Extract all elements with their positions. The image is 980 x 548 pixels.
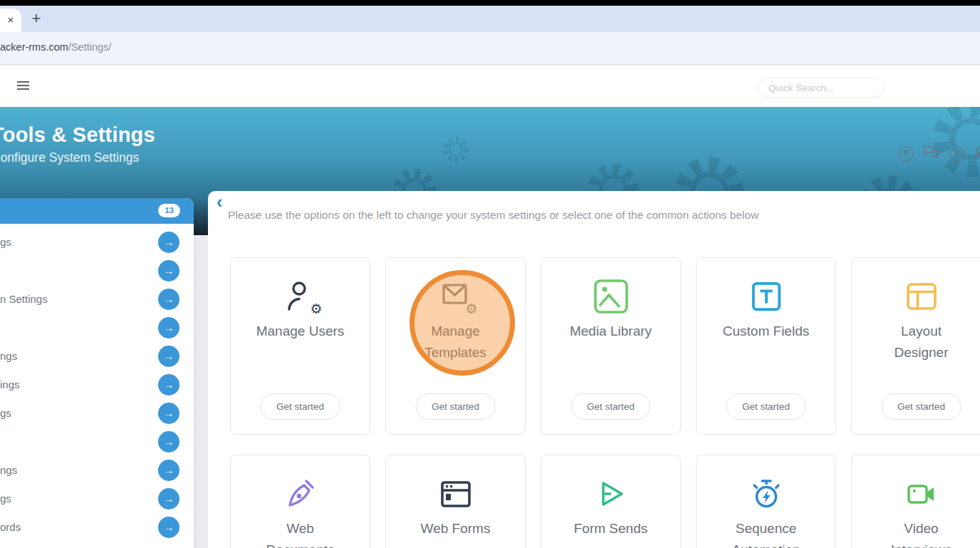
settings-menu-header[interactable]: 13: [0, 198, 194, 224]
card-form-sends[interactable]: Form Sends: [541, 455, 681, 548]
arrow-right-icon[interactable]: →: [158, 374, 179, 396]
page-url[interactable]: acker-rms.com/Settings/: [0, 41, 111, 53]
gear-icon: ⚙: [465, 302, 477, 316]
arrow-right-icon[interactable]: →: [158, 488, 179, 510]
image-icon: [591, 276, 631, 316]
page-title: Tools & Settings: [0, 123, 155, 147]
common-actions-row-2: Web Documents Web Forms Form Sends Seque…: [230, 455, 980, 548]
get-started-button[interactable]: Get started: [570, 393, 651, 420]
settings-menu-item[interactable]: gs→: [0, 228, 194, 257]
arrow-right-icon[interactable]: →: [158, 431, 179, 453]
layout-icon: [902, 276, 942, 316]
arrow-right-icon[interactable]: →: [158, 460, 179, 481]
browser-tab[interactable]: ×: [0, 9, 21, 32]
mail-gear-icon: ⚙: [436, 276, 476, 316]
chat-icon[interactable]: [923, 145, 940, 160]
screen: × + acker-rms.com/Settings/ ? +: [0, 0, 980, 548]
card-title: Video Interviews: [877, 518, 966, 548]
settings-menu-item[interactable]: n Settings→: [0, 285, 194, 314]
add-icon[interactable]: +: [949, 146, 965, 162]
arrow-right-icon[interactable]: →: [158, 232, 179, 253]
tab-close-icon[interactable]: ×: [4, 14, 17, 26]
hamburger-menu-icon[interactable]: [17, 81, 29, 91]
common-actions-row-1: ⚙ Manage Users Get started ⚙ Manage Temp…: [230, 257, 980, 435]
card-sequence-automation[interactable]: Sequence Automation: [696, 455, 836, 548]
get-started-button[interactable]: Get started: [726, 393, 806, 420]
settings-menu-item[interactable]: ings→: [0, 371, 194, 399]
settings-menu-item[interactable]: gs→: [0, 399, 194, 428]
settings-menu-item[interactable]: →: [0, 314, 194, 342]
get-started-button[interactable]: Get started: [881, 393, 961, 420]
send-icon: [591, 474, 631, 514]
card-title: Sequence Automation: [721, 518, 810, 548]
app-navbar: ? +: [0, 66, 980, 107]
user-partial-icon[interactable]: [973, 145, 980, 162]
window-top-edge: [0, 0, 980, 6]
address-bar[interactable]: acker-rms.com/Settings/: [0, 32, 980, 65]
page-subtitle: Configure System Settings: [0, 150, 139, 165]
arrow-right-icon[interactable]: →: [158, 260, 179, 281]
arrow-right-icon[interactable]: →: [158, 346, 179, 367]
card-media-library[interactable]: Media Library Get started: [541, 257, 681, 435]
settings-menu-item[interactable]: →: [0, 257, 194, 285]
settings-menu-panel: 13 gs→ → n Settings→ → ngs→ ings→ gs→ → …: [0, 198, 194, 548]
card-manage-users[interactable]: ⚙ Manage Users Get started: [230, 257, 370, 435]
card-title: Form Sends: [566, 518, 655, 539]
card-title: Manage Users: [256, 321, 345, 342]
gear-icon: ⚙: [310, 302, 322, 316]
instruction-text: Please use the options on the left to ch…: [228, 209, 759, 222]
settings-menu-item[interactable]: →: [0, 428, 194, 456]
get-started-button[interactable]: Get started: [415, 393, 496, 420]
browser-tabstrip: × +: [0, 6, 980, 32]
search-input[interactable]: [757, 78, 885, 98]
card-custom-fields[interactable]: Custom Fields Get started: [696, 257, 836, 435]
get-started-button[interactable]: Get started: [260, 393, 340, 420]
card-title: Manage Templates: [411, 321, 500, 363]
browser-window-icon: [436, 474, 476, 514]
arrow-right-icon[interactable]: →: [158, 317, 179, 338]
text-field-icon: [746, 276, 786, 316]
card-video-interviews[interactable]: Video Interviews: [851, 455, 980, 548]
settings-menu-item[interactable]: ords→: [0, 513, 194, 542]
card-web-documents[interactable]: Web Documents: [230, 455, 370, 548]
card-title: Web Forms: [411, 518, 500, 539]
card-title: Web Documents: [256, 518, 345, 548]
gear-decoration-icon: [440, 134, 471, 165]
card-web-forms[interactable]: Web Forms: [385, 455, 526, 548]
stopwatch-bolt-icon: [746, 474, 786, 514]
arrow-right-icon[interactable]: →: [158, 517, 179, 538]
user-gear-icon: ⚙: [281, 276, 320, 316]
pen-nib-icon: [281, 474, 320, 514]
settings-menu-item[interactable]: ngs→: [0, 342, 194, 371]
settings-menu-item[interactable]: ngs→: [0, 456, 194, 485]
video-camera-icon: [902, 474, 942, 514]
card-title: Layout Designer: [877, 321, 966, 363]
card-title: Media Library: [566, 321, 655, 342]
help-icon[interactable]: ?: [898, 146, 914, 162]
count-badge: 13: [158, 204, 180, 217]
settings-menu-item[interactable]: gs→: [0, 485, 194, 513]
settings-menu-list: gs→ → n Settings→ → ngs→ ings→ gs→ → ngs…: [0, 228, 194, 542]
new-tab-button[interactable]: +: [26, 8, 47, 29]
main-panel: ‹ Please use the options on the left to …: [208, 191, 980, 548]
card-title: Custom Fields: [721, 321, 810, 342]
back-icon[interactable]: ‹: [217, 191, 222, 212]
card-manage-templates[interactable]: ⚙ Manage Templates Get started: [385, 257, 526, 435]
card-layout-designer[interactable]: Layout Designer Get started: [851, 257, 980, 435]
arrow-right-icon[interactable]: →: [158, 289, 179, 310]
arrow-right-icon[interactable]: →: [158, 403, 179, 424]
